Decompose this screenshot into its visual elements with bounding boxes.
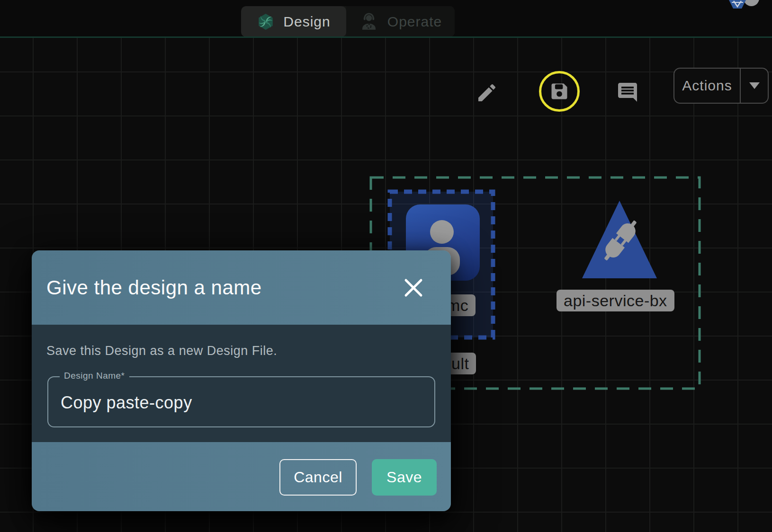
top-navigation-bar: Design Operate — [0, 0, 772, 38]
meshery-logo-icon — [257, 13, 275, 31]
mode-tab-group: Design Operate — [241, 6, 455, 37]
tab-operate-label: Operate — [387, 14, 442, 30]
save-icon — [549, 81, 570, 102]
required-asterisk: * — [121, 371, 125, 381]
kubernetes-context-icon[interactable] — [727, 0, 748, 9]
tab-operate[interactable]: Operate — [346, 6, 455, 37]
save-button[interactable]: Save — [372, 459, 437, 496]
chevron-down-icon — [749, 82, 760, 89]
dialog-description: Save this Design as a new Design File. — [46, 344, 277, 358]
dialog-header: Give the design a name — [32, 250, 451, 325]
save-design-dialog: Give the design a name Save this Design … — [32, 250, 451, 511]
api-service-node[interactable] — [580, 199, 659, 282]
edit-design-button[interactable] — [475, 80, 499, 105]
close-icon[interactable] — [404, 278, 423, 297]
design-name-input[interactable] — [61, 390, 421, 416]
dialog-title: Give the design a name — [46, 276, 262, 299]
app-screen: mc ult api-service-bx — [0, 0, 772, 532]
tab-design[interactable]: Design — [241, 6, 346, 37]
design-name-field: Design Name* — [47, 376, 435, 427]
pencil-icon — [476, 81, 498, 104]
api-service-label: api-service-bx — [557, 290, 674, 311]
actions-button-label[interactable]: Actions — [674, 69, 740, 103]
header-divider — [0, 36, 772, 38]
cancel-button[interactable]: Cancel — [279, 459, 357, 496]
dialog-body: Save this Design as a new Design File. D… — [32, 325, 451, 442]
save-design-button[interactable] — [539, 71, 580, 112]
operator-headset-icon — [359, 12, 379, 32]
actions-dropdown-toggle[interactable] — [740, 69, 768, 103]
tab-design-label: Design — [283, 14, 330, 30]
connection-triangle-icon — [580, 199, 659, 280]
comment-icon — [616, 81, 639, 104]
comment-button[interactable] — [616, 80, 639, 105]
dialog-footer: Cancel Save — [32, 442, 451, 511]
design-name-field-label: Design Name* — [60, 371, 129, 381]
actions-button[interactable]: Actions — [673, 68, 769, 104]
